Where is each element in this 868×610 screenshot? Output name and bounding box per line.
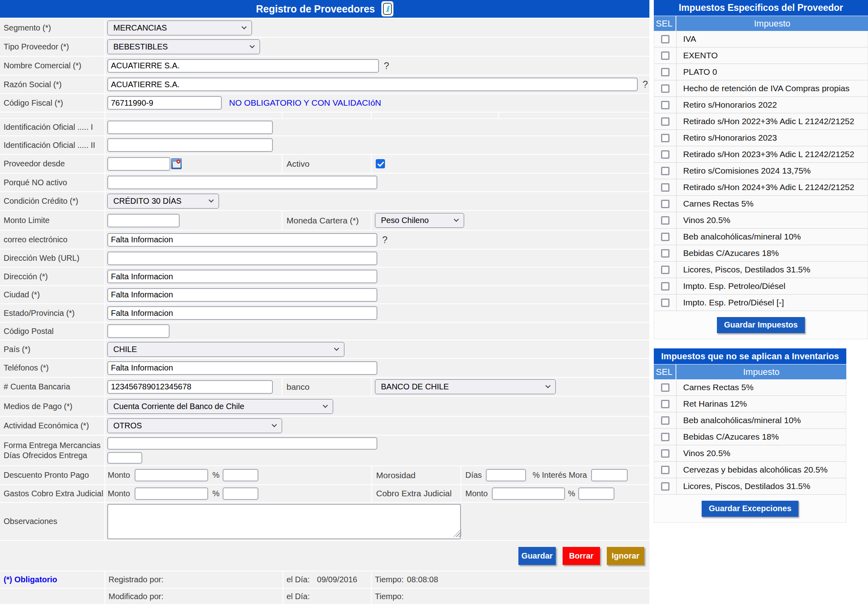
form-row-codigo-fiscal: Código Fiscal (*) NO OBLIGATORIO Y CON V…: [0, 94, 649, 113]
exception-checkbox[interactable]: [661, 400, 669, 408]
banco-value: BANCO DE CHILE: [381, 382, 449, 391]
pais-select[interactable]: CHILE: [107, 342, 344, 357]
descuento-monto-input[interactable]: [135, 469, 208, 481]
morosidad-dias-label: Días: [465, 471, 482, 480]
observaciones-textarea[interactable]: [107, 504, 461, 539]
forma-entrega-input[interactable]: [107, 437, 377, 450]
identificacion-1-input[interactable]: [107, 121, 273, 134]
activo-checkbox[interactable]: [376, 159, 385, 168]
tax-checkbox[interactable]: [661, 68, 669, 76]
tax-checkbox[interactable]: [661, 150, 669, 159]
impuesto-column-header: Impuesto: [676, 364, 846, 379]
interes-mora-input[interactable]: [591, 469, 628, 481]
cobro-extra-monto-input[interactable]: [492, 487, 565, 500]
guardar-excepciones-button[interactable]: Guardar Excepciones: [702, 501, 799, 517]
descuento-pct-input[interactable]: [223, 469, 258, 481]
ignorar-button[interactable]: Ignorar: [607, 547, 644, 565]
chevron-down-icon: [545, 383, 551, 388]
monto-limite-input[interactable]: [107, 214, 180, 227]
codigo-fiscal-input[interactable]: [107, 96, 222, 110]
tax-checkbox[interactable]: [661, 117, 669, 126]
tax-checkbox[interactable]: [661, 200, 669, 208]
estado-provincia-input[interactable]: [107, 306, 377, 320]
form-row-observaciones: Observaciones: [0, 503, 649, 541]
ciudad-input[interactable]: [107, 288, 377, 302]
proveedor-desde-input[interactable]: [107, 157, 170, 171]
chevron-down-icon: [334, 346, 339, 351]
tax-label: IVA: [677, 34, 696, 44]
porque-no-activo-input[interactable]: [107, 176, 377, 189]
codigo-postal-input[interactable]: [107, 324, 170, 338]
exception-label: Cervezas y bebidas alcohólicas 20.5%: [677, 465, 828, 475]
tax-checkbox[interactable]: [661, 282, 669, 291]
info-icon[interactable]: ℹ: [381, 1, 393, 16]
registrado-por-label: Registrado por:: [108, 575, 164, 584]
tax-checkbox[interactable]: [661, 35, 669, 43]
exception-label: Carnes Rectas 5%: [677, 383, 753, 392]
tax-checkbox[interactable]: [661, 299, 669, 307]
tax-label: Carnes Rectas 5%: [677, 199, 753, 209]
cobro-extra-pct-input[interactable]: [578, 487, 614, 500]
tax-checkbox[interactable]: [661, 266, 669, 274]
exception-label: Licores, Piscos, Destilados 31.5%: [677, 481, 810, 491]
exception-checkbox[interactable]: [661, 449, 669, 458]
codigo-fiscal-label: Código Fiscal (*): [0, 94, 105, 112]
nombre-comercial-input[interactable]: [107, 59, 379, 73]
exception-checkbox[interactable]: [661, 383, 669, 392]
condicion-credito-select[interactable]: CRÉDITO 30 DÍAS: [107, 194, 219, 209]
tax-checkbox[interactable]: [661, 216, 669, 225]
razon-social-input[interactable]: [107, 78, 638, 91]
impuesto-column-header: Impuesto: [676, 16, 868, 31]
tax-row: PLATO 0: [654, 64, 868, 80]
identificacion-2-input[interactable]: [107, 138, 273, 152]
help-question-icon[interactable]: ?: [643, 79, 648, 90]
tax-checkbox[interactable]: [661, 134, 669, 142]
sel-column-header: SEL: [654, 364, 676, 379]
tax-checkbox[interactable]: [661, 84, 669, 93]
telefonos-label: Teléfonos (*): [0, 359, 105, 377]
borrar-button[interactable]: Borrar: [563, 547, 600, 565]
morosidad-dias-input[interactable]: [486, 469, 526, 481]
pais-value: CHILE: [113, 345, 137, 354]
chevron-down-icon: [209, 197, 214, 203]
actividad-economica-select[interactable]: OTROS: [107, 418, 282, 433]
direccion-input[interactable]: [107, 270, 377, 283]
exception-checkbox[interactable]: [661, 416, 669, 425]
dias-ofrecidos-input[interactable]: [107, 452, 142, 464]
tax-label: Licores, Piscos, Destilados 31.5%: [677, 265, 810, 274]
tax-checkbox[interactable]: [661, 51, 669, 60]
cobro-extra-monto-label: Monto: [465, 489, 488, 498]
tax-label: PLATO 0: [677, 67, 717, 77]
tax-checkbox[interactable]: [661, 167, 669, 175]
guardar-button[interactable]: Guardar: [518, 547, 556, 565]
tax-checkbox[interactable]: [661, 101, 669, 109]
tax-checkbox[interactable]: [661, 233, 669, 241]
tax-panel-title: Impuestos Especificos del Proveedor: [654, 0, 868, 16]
tax-row: Beb analcohólicas/mineral 10%: [654, 229, 868, 245]
tax-label: Retiro s/Comisiones 2024 13,75%: [677, 166, 811, 176]
tax-checkbox[interactable]: [661, 249, 669, 258]
tax-label: Impto. Esp. Petro/Diésel [-]: [677, 298, 784, 307]
help-question-icon[interactable]: ?: [384, 60, 389, 72]
form-row-identificacion-2: Identificación Oficial ..... II: [0, 136, 649, 155]
exceptions-panel-title: Impuestos que no se aplican a Inventario…: [654, 348, 846, 364]
exception-checkbox[interactable]: [661, 433, 669, 441]
segmento-select[interactable]: MERCANCIAS: [107, 20, 252, 35]
telefonos-input[interactable]: [107, 361, 377, 375]
banco-select[interactable]: BANCO DE CHILE: [375, 379, 556, 394]
gastos-monto-input[interactable]: [135, 487, 208, 500]
exception-checkbox[interactable]: [661, 466, 669, 474]
help-question-icon[interactable]: ?: [382, 234, 387, 246]
guardar-impuestos-button[interactable]: Guardar Impuestos: [717, 317, 805, 333]
correo-input[interactable]: [107, 233, 377, 247]
cuenta-bancaria-input[interactable]: [107, 380, 273, 394]
medios-pago-select[interactable]: Cuenta Corriente del Banco de Chile: [107, 399, 333, 414]
gastos-pct-input[interactable]: [223, 487, 258, 500]
tax-checkbox[interactable]: [661, 183, 669, 192]
exception-checkbox[interactable]: [661, 482, 669, 491]
tipo-proveedor-select[interactable]: BEBESTIBLES: [107, 39, 260, 54]
direccion-web-input[interactable]: [107, 252, 377, 265]
calendar-icon[interactable]: [171, 158, 182, 169]
moneda-cartera-select[interactable]: Peso Chileno: [375, 213, 464, 228]
chevron-down-icon: [242, 24, 247, 29]
